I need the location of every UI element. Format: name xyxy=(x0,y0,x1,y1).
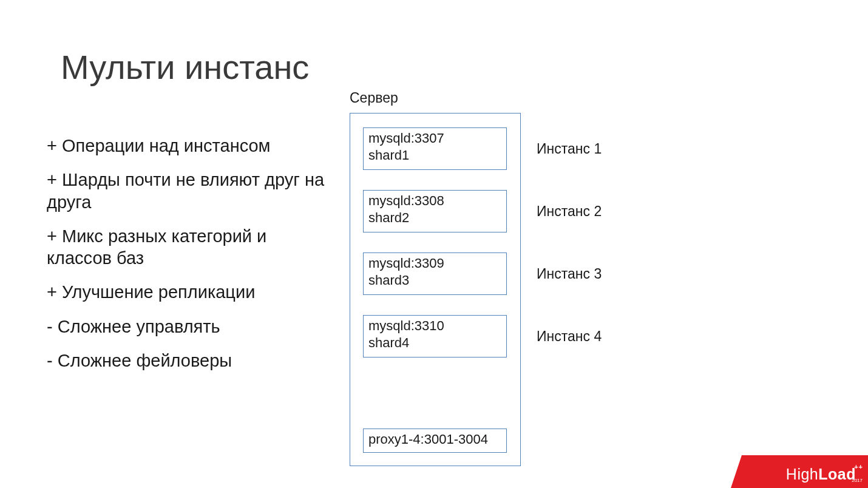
instance-box-line1: mysqld:3307 xyxy=(368,130,501,147)
bullet-item: + Шарды почти не влияют друг на друга xyxy=(47,169,332,213)
instance-label-4: Инстанс 4 xyxy=(537,328,602,345)
proxy-box: proxy1-4:3001-3004 xyxy=(363,429,507,453)
instance-box-line1: mysqld:3309 xyxy=(368,255,501,272)
instance-box-line2: shard2 xyxy=(368,209,501,226)
bullet-item: - Сложнее фейловеры xyxy=(47,350,332,371)
instance-label-2: Инстанс 2 xyxy=(537,203,602,220)
logo-text-high: High xyxy=(786,466,818,483)
server-label: Сервер xyxy=(350,90,398,106)
logo-text-load: Load xyxy=(818,466,856,483)
bullet-item: + Микс разных категорий и классов баз xyxy=(47,225,332,269)
instance-box-line2: shard1 xyxy=(368,147,501,164)
instance-box-line2: shard3 xyxy=(368,272,501,289)
instance-box-2: mysqld:3308 shard2 xyxy=(363,190,507,232)
instance-label-3: Инстанс 3 xyxy=(537,266,602,282)
logo-plus: ++ xyxy=(854,464,863,470)
instance-box-line2: shard4 xyxy=(368,334,501,351)
bullet-list: + Операции над инстансом + Шарды почти н… xyxy=(47,135,332,384)
bullet-item: - Сложнее управлять xyxy=(47,316,332,337)
instance-box-line1: mysqld:3308 xyxy=(368,192,501,209)
instance-box-4: mysqld:3310 shard4 xyxy=(363,315,507,358)
instance-box-1: mysqld:3307 shard1 xyxy=(363,127,507,170)
logo-year: 2017 xyxy=(852,478,863,483)
highload-logo: HighLoad ++ 2017 xyxy=(731,455,868,488)
instance-box-3: mysqld:3309 shard3 xyxy=(363,252,507,295)
slide-title: Мульти инстанс xyxy=(61,47,309,87)
proxy-box-line1: proxy1-4:3001-3004 xyxy=(368,431,501,448)
instance-box-line1: mysqld:3310 xyxy=(368,317,501,334)
instance-label-1: Инстанс 1 xyxy=(537,141,602,157)
logo-text: HighLoad xyxy=(786,466,856,483)
bullet-item: + Улучшение репликации xyxy=(47,281,332,303)
bullet-item: + Операции над инстансом xyxy=(47,135,332,157)
